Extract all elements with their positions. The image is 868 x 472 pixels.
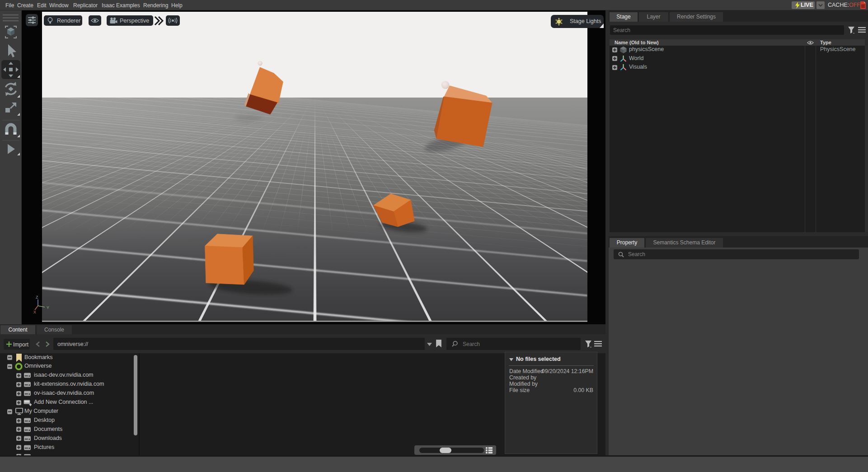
svg-text:Z: Z xyxy=(36,295,38,299)
svg-text:Y: Y xyxy=(47,305,49,310)
svg-text:X: X xyxy=(33,310,36,314)
